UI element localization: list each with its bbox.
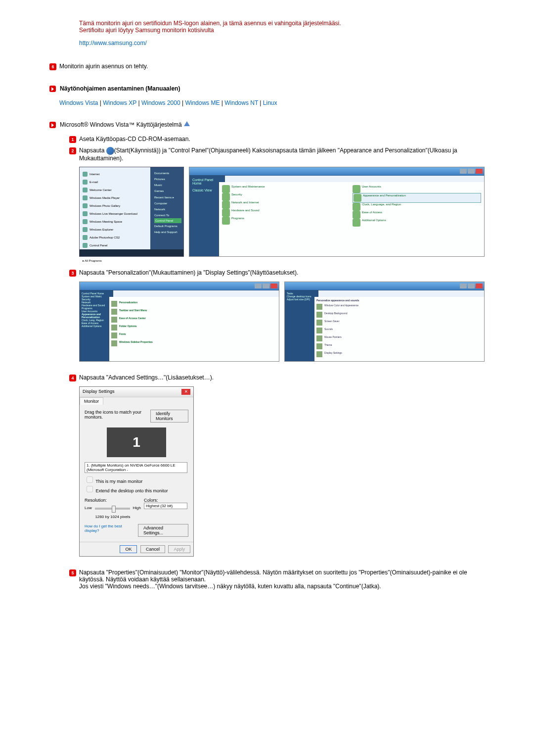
resolution-value: 1280 by 1024 pixels xyxy=(85,515,141,519)
resolution-slider[interactable] xyxy=(95,508,130,510)
manual-install-heading: Näytönohjaimen asentaminen (Manuaalen) xyxy=(60,85,180,92)
samsung-url[interactable]: http://www.samsung.com/ xyxy=(79,40,147,47)
identify-monitors-button[interactable]: Identify Monitors xyxy=(150,410,188,423)
drag-text: Drag the icons to match your monitors. xyxy=(85,410,148,423)
step-4-text: Napsauta "Advanced Settings…"(Lisäasetuk… xyxy=(79,374,214,381)
best-display-link[interactable]: How do I get the best display? xyxy=(85,524,136,537)
resolution-label: Resolution: xyxy=(85,498,141,503)
step-6-text: Monitorin ajurin asennus on tehty. xyxy=(59,63,148,70)
ok-button[interactable]: OK xyxy=(120,545,137,553)
cancel-button[interactable]: Cancel xyxy=(140,545,165,553)
bullet-3-icon: 3 xyxy=(69,270,76,277)
bullet-2-icon: 2 xyxy=(69,147,76,154)
bullet-6-icon: 6 xyxy=(49,63,56,70)
colors-dropdown[interactable]: Highest (32 bit) xyxy=(144,503,187,509)
monitor-tab[interactable]: Monitor xyxy=(80,397,103,405)
os-link-linux[interactable]: Linux xyxy=(263,99,277,106)
appearance-window-screenshot: Control Panel HomeSystem and Maint.Secur… xyxy=(79,282,279,362)
step-5a-text: Napsauta "Properties"(Ominaisuudet) "Mon… xyxy=(79,569,485,583)
step-5b-text: Jos viesti "Windows needs…"(Windows tarv… xyxy=(79,583,485,590)
os-link-me[interactable]: Windows ME xyxy=(185,99,220,106)
cert-line-1: Tämä monitorin ajuri on sertifioidun MS-… xyxy=(79,20,485,27)
bullet-1-icon: 1 xyxy=(69,136,76,143)
step-3-text: Napsauta "Personalization"(Mukauttaminen… xyxy=(79,269,298,277)
monitor-preview[interactable]: 1 xyxy=(107,427,166,457)
cert-line-2: Sertifioitu ajuri löytyy Samsung monitor… xyxy=(79,27,485,34)
bullet-4-icon: 4 xyxy=(69,375,76,381)
advanced-settings-button[interactable]: Advanced Settings... xyxy=(138,524,188,537)
up-triangle-icon xyxy=(184,121,190,126)
main-monitor-checkbox xyxy=(87,476,93,483)
step-2-text: Napsauta (Start(Käynnistä)) ja "Control … xyxy=(79,147,485,162)
close-icon[interactable]: ✕ xyxy=(181,389,190,395)
dialog-title: Display Settings xyxy=(83,389,115,395)
start-menu-screenshot: Internet E-mail Welcome Center Windows M… xyxy=(79,167,184,257)
section-arrow-icon xyxy=(49,122,56,128)
control-panel-screenshot: Control Panel HomeClassic View System an… xyxy=(189,167,485,257)
os-link-vista[interactable]: Windows Vista xyxy=(59,99,98,106)
start-orb-icon xyxy=(106,147,114,155)
apply-button: Apply xyxy=(168,545,190,553)
os-link-nt[interactable]: Windows NT xyxy=(224,99,258,106)
personalization-window-screenshot: TasksChange desktop iconsAdjust font siz… xyxy=(284,282,485,362)
colors-label: Colors: xyxy=(144,498,188,503)
monitor-dropdown[interactable]: 1. (Multiple Monitors) on NVIDIA GeForce… xyxy=(85,462,187,473)
step-1-text: Aseta Käyttöopas-CD CD-ROM-asemaan. xyxy=(79,136,190,143)
section-arrow-icon xyxy=(49,86,56,92)
os-link-2000[interactable]: Windows 2000 xyxy=(141,99,180,106)
bullet-5-icon: 5 xyxy=(69,569,76,576)
display-settings-dialog: Display Settings ✕ Monitor Drag the icon… xyxy=(79,386,194,557)
extend-desktop-checkbox xyxy=(87,486,93,492)
vista-heading: Microsoft® Windows Vista™ Käyttöjärjeste… xyxy=(60,121,182,128)
os-link-xp[interactable]: Windows XP xyxy=(103,99,136,106)
